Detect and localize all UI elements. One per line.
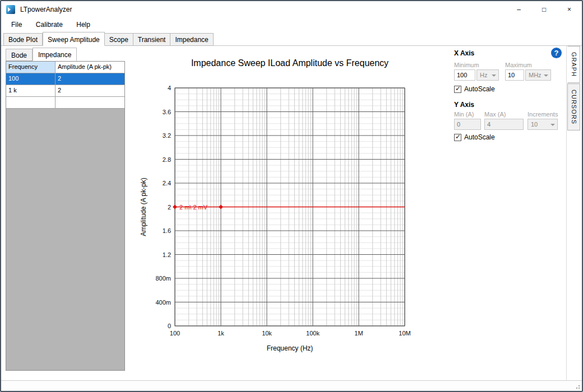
svg-text:10M: 10M (399, 330, 410, 337)
y-min-input[interactable] (454, 119, 481, 130)
svg-text:Impedance Sweep ILoad Amplitud: Impedance Sweep ILoad Amplitude vs Frequ… (191, 58, 388, 68)
x-axis-section-title: X Axis (454, 49, 474, 57)
x-max-label: Maximum (505, 62, 532, 68)
x-min-input[interactable] (454, 69, 475, 81)
tab-sweep-amplitude[interactable]: Sweep Amplitude (43, 32, 105, 46)
svg-text:800m: 800m (155, 275, 171, 282)
side-tab-cursors[interactable]: CURSORS (567, 83, 580, 130)
y-min-label: Min (A) (454, 111, 474, 118)
svg-text:1M: 1M (354, 330, 363, 337)
axis-settings-panel: X Axis ? Minimum Maximum Hz MHz AutoScal… (447, 46, 566, 383)
table-cell-amplitude[interactable]: 2 (55, 85, 124, 97)
title-bar: LTpowerAnalyzer – □ × (1, 1, 582, 18)
tab-scope[interactable]: Scope (105, 33, 133, 46)
column-header-amplitude[interactable]: Amplitude (A pk-pk) (55, 62, 124, 73)
chevron-down-icon (544, 74, 548, 77)
window-title: LTpowerAnalyzer (20, 1, 72, 18)
side-tab-graph[interactable]: GRAPH (567, 46, 580, 83)
x-autoscale-checkbox[interactable]: AutoScale (454, 85, 495, 93)
y-increments-value: 10 (531, 121, 538, 128)
status-bar: Analog Devices M2k Rev.D (Z7010) LB3031A… (1, 380, 582, 391)
sweep-points-table: Frequency Amplitude (A pk-pk) 100 2 1 k … (6, 61, 125, 371)
svg-text:2 m\ 2 mV: 2 m\ 2 mV (179, 204, 208, 211)
app-window: LTpowerAnalyzer – □ × File Calibrate Hel… (0, 0, 583, 392)
svg-text:100: 100 (170, 330, 180, 337)
maximize-button[interactable]: □ (531, 1, 557, 18)
table-header-row: Frequency Amplitude (A pk-pk) (6, 62, 124, 73)
table-cell-frequency[interactable]: 100 (6, 73, 55, 85)
window-controls: – □ × (506, 1, 582, 18)
svg-text:Frequency (Hz): Frequency (Hz) (267, 344, 313, 352)
column-header-frequency[interactable]: Frequency (6, 62, 55, 73)
x-min-unit-value: Hz (480, 72, 487, 78)
close-button[interactable]: × (557, 1, 582, 18)
menu-calibrate[interactable]: Calibrate (30, 18, 68, 31)
side-tab-strip: GRAPH CURSORS (566, 46, 581, 382)
table-cell-amplitude[interactable] (55, 97, 124, 109)
x-max-unit-select[interactable]: MHz (525, 69, 551, 81)
y-axis-section-title: Y Axis (454, 101, 474, 109)
subtab-bode[interactable]: Bode (6, 49, 33, 61)
y-increments-label: Increments (528, 111, 558, 118)
tab-transient[interactable]: Transient (133, 33, 171, 46)
svg-text:10k: 10k (262, 330, 272, 337)
status-text: Analog Devices M2k Rev.D (Z7010) LB3031A… (12, 390, 326, 391)
svg-text:2.8: 2.8 (163, 156, 171, 163)
svg-text:2: 2 (168, 204, 171, 211)
svg-text:0: 0 (168, 323, 171, 329)
svg-text:3.2: 3.2 (163, 132, 171, 139)
tab-impedance[interactable]: Impedance (170, 33, 213, 46)
y-autoscale-checkbox[interactable]: AutoScale (454, 133, 495, 141)
table-cell-frequency[interactable] (6, 97, 55, 109)
chevron-down-icon (550, 124, 555, 126)
x-min-label: Minimum (454, 62, 479, 68)
svg-text:1.6: 1.6 (163, 227, 171, 234)
minimize-button[interactable]: – (506, 1, 531, 18)
resize-grip[interactable] (579, 388, 580, 389)
sub-tab-strip: BodeImpedance (6, 49, 77, 61)
y-increments-select[interactable]: 10 (528, 119, 558, 130)
tab-bode-plot[interactable]: Bode Plot (3, 33, 43, 46)
checkbox-check-icon (454, 86, 461, 93)
svg-text:Amplitude (A pk-pk): Amplitude (A pk-pk) (140, 178, 147, 236)
svg-text:3.6: 3.6 (163, 109, 171, 115)
main-tab-strip: Bode PlotSweep AmplitudeScopeTransientIm… (3, 33, 214, 46)
x-max-unit-value: MHz (529, 72, 542, 78)
svg-text:1.2: 1.2 (163, 251, 171, 258)
help-icon[interactable]: ? (551, 48, 562, 58)
table-row[interactable]: 100 2 (6, 73, 124, 85)
y-autoscale-label: AutoScale (464, 133, 495, 141)
menu-bar: File Calibrate Help (1, 18, 582, 32)
impedance-sweep-chart[interactable]: 0400m800m1.21.622.42.83.23.641001k10k100… (129, 46, 447, 374)
svg-text:100k: 100k (306, 330, 320, 337)
svg-text:2.4: 2.4 (163, 180, 171, 186)
x-max-input[interactable] (505, 69, 524, 81)
svg-text:1k: 1k (218, 330, 224, 337)
menu-file[interactable]: File (6, 18, 27, 31)
table-row[interactable]: 1 k 2 (6, 85, 124, 97)
app-icon (6, 5, 15, 14)
table-cell-frequency[interactable]: 1 k (6, 85, 55, 97)
table-row[interactable] (6, 97, 124, 109)
x-autoscale-label: AutoScale (464, 85, 495, 93)
y-max-input[interactable] (484, 119, 524, 130)
y-max-label: Max (A) (484, 111, 506, 118)
table-cell-amplitude[interactable]: 2 (55, 73, 124, 85)
svg-text:4: 4 (168, 85, 171, 91)
svg-text:400m: 400m (155, 299, 171, 306)
x-min-unit-select[interactable]: Hz (476, 69, 499, 81)
menu-help[interactable]: Help (71, 18, 96, 31)
chevron-down-icon (492, 74, 496, 77)
subtab-impedance[interactable]: Impedance (33, 48, 77, 61)
checkbox-check-icon (454, 134, 461, 141)
